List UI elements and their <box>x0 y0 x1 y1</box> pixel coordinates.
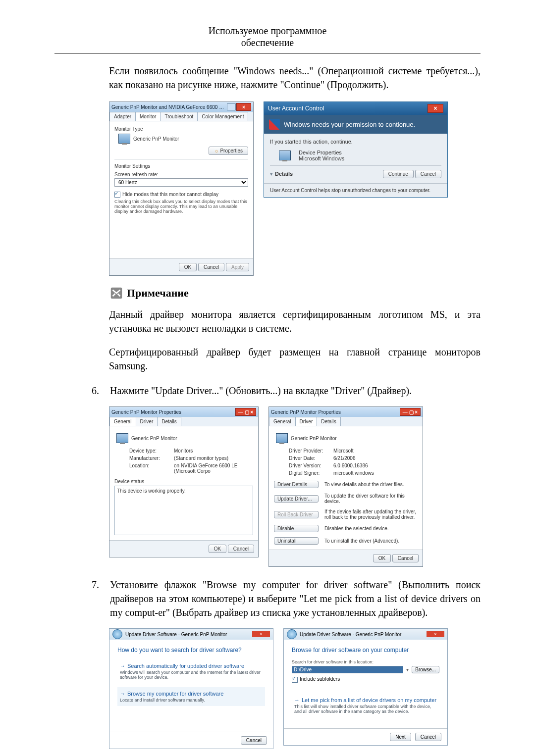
next-button[interactable]: Next <box>390 733 411 741</box>
monitor-props-window: Generic PnP Monitor and NVIDIA GeForce 6… <box>109 101 254 276</box>
tab-troubleshoot[interactable]: Troubleshoot <box>160 112 198 121</box>
cancel-button[interactable]: Cancel <box>415 170 441 178</box>
device-icon <box>279 151 291 160</box>
tab-details[interactable]: Details <box>317 417 341 426</box>
device-status-box: This device is working properly. <box>114 486 253 535</box>
close-icon[interactable]: × <box>427 631 444 637</box>
monitor-icon <box>276 433 288 443</box>
close-icon[interactable]: × <box>252 631 270 637</box>
ok-button[interactable]: OK <box>373 554 391 562</box>
refresh-rate-select[interactable]: 60 Hertz <box>114 178 248 187</box>
cancel-button[interactable]: Cancel <box>392 554 419 562</box>
ok-button[interactable]: OK <box>179 263 197 271</box>
uac-title: User Account Control <box>268 105 324 112</box>
wizard-title: Update Driver Software - Generic PnP Mon… <box>300 632 401 637</box>
driver-props-general: Generic PnP Monitor Properties — ▢ × Gen… <box>109 406 259 557</box>
window-title: Generic PnP Monitor Properties <box>111 409 181 415</box>
hide-modes-label: Hide modes that this monitor cannot disp… <box>122 192 218 197</box>
update-driver-wizard-2: Update Driver Software - Generic PnP Mon… <box>283 628 448 745</box>
update-driver-button[interactable]: Update Driver... <box>274 495 319 503</box>
step-7: 7. Установите флажок "Browse my computer… <box>54 578 481 619</box>
window-title: Generic PnP Monitor Properties <box>271 409 341 415</box>
tab-color-management[interactable]: Color Management <box>197 112 248 121</box>
monitor-name: Generic PnP Monitor <box>133 136 179 142</box>
uac-footer: User Account Control helps stop unauthor… <box>264 183 447 197</box>
intro-text: Если появилось сообщение "Windows needs.… <box>109 64 481 92</box>
close-icon[interactable]: — ▢ × <box>400 408 421 416</box>
rollback-driver-button[interactable]: Roll Back Driver <box>274 511 319 518</box>
header-line1: Используемое программное <box>209 25 327 36</box>
note-icon <box>109 286 124 301</box>
path-input[interactable] <box>292 666 403 673</box>
uac-item1: Device Properties <box>299 150 344 155</box>
update-driver-wizard-1: Update Driver Software - Generic PnP Mon… <box>109 628 273 749</box>
tab-driver[interactable]: Driver <box>295 417 318 426</box>
include-subfolders-checkbox[interactable] <box>292 677 298 683</box>
minimize-icon[interactable] <box>227 103 236 110</box>
step-6: 6. Нажмите "Update Driver..." (Обновить.… <box>54 384 481 398</box>
driver-details-button[interactable]: Driver Details <box>274 481 319 488</box>
option-let-me-pick[interactable]: →Let me pick from a list of device drive… <box>292 694 439 717</box>
note-p2: Сертифицированный драйвер будет размещен… <box>109 345 481 373</box>
details-toggle[interactable]: Details <box>275 171 293 177</box>
close-icon[interactable]: — ▢ × <box>235 408 256 416</box>
tab-general[interactable]: General <box>109 417 136 426</box>
ok-button[interactable]: OK <box>209 545 226 553</box>
back-icon[interactable] <box>287 629 297 639</box>
tab-monitor[interactable]: Monitor <box>135 112 160 121</box>
apply-button[interactable]: Apply <box>226 263 249 271</box>
uac-item2: Microsoft Windows <box>299 155 344 161</box>
header-line2: обеспечение <box>241 37 294 48</box>
monitor-icon <box>116 433 128 443</box>
refresh-rate-label: Screen refresh rate: <box>114 172 248 177</box>
device-status-label: Device status <box>114 479 253 484</box>
back-icon[interactable] <box>112 629 122 639</box>
tab-general[interactable]: General <box>269 417 296 426</box>
continue-button[interactable]: Continue <box>383 170 414 178</box>
monitor-type-label: Monitor Type <box>114 126 248 132</box>
tab-details[interactable]: Details <box>157 417 181 426</box>
cancel-button[interactable]: Cancel <box>228 545 254 553</box>
tab-adapter[interactable]: Adapter <box>109 112 136 121</box>
figure-2: Generic PnP Monitor Properties — ▢ × Gen… <box>109 406 481 567</box>
close-icon[interactable]: × <box>236 103 251 111</box>
cancel-button[interactable]: Cancel <box>241 736 267 745</box>
device-name: Generic PnP Monitor <box>291 436 337 441</box>
note-label: Примечание <box>127 287 189 300</box>
properties-button[interactable]: ☼ Properties <box>209 147 248 155</box>
include-subfolders-label: Include subfolders <box>300 676 340 682</box>
option-search-auto[interactable]: →Search automatically for updated driver… <box>117 659 265 683</box>
uac-window: User Account Control × Windows needs you… <box>264 101 448 198</box>
figure-3: Update Driver Software - Generic PnP Mon… <box>109 628 481 749</box>
hide-modes-desc: Clearing this check box allows you to se… <box>114 199 248 214</box>
note-p1: Данный драйвер монитора является сертифи… <box>109 307 481 335</box>
cancel-button[interactable]: Cancel <box>198 263 224 271</box>
option-browse[interactable]: →Browse my computer for driver software … <box>117 687 265 706</box>
wizard-heading: Browse for driver software on your compu… <box>292 647 439 654</box>
uac-headline: Windows needs your permission to contion… <box>284 121 415 128</box>
wizard-title: Update Driver Software - Generic PnP Mon… <box>125 632 227 637</box>
tab-driver[interactable]: Driver <box>136 417 158 426</box>
window-title: Generic PnP Monitor and NVIDIA GeForce 6… <box>111 104 225 110</box>
hide-modes-checkbox[interactable] <box>114 192 120 198</box>
close-icon[interactable]: × <box>428 104 443 113</box>
figure-1: Generic PnP Monitor and NVIDIA GeForce 6… <box>109 101 481 276</box>
monitor-icon <box>118 134 130 144</box>
browse-button[interactable]: Browse... <box>412 666 439 673</box>
cancel-button[interactable]: Cancel <box>415 733 441 741</box>
disable-button[interactable]: Disable <box>274 525 319 532</box>
driver-props-driver: Generic PnP Monitor Properties — ▢ × Gen… <box>268 406 423 567</box>
uac-started-text: If you started this action, continue. <box>270 139 441 145</box>
device-name: Generic PnP Monitor <box>131 436 177 441</box>
uninstall-button[interactable]: Uninstall <box>274 537 319 545</box>
monitor-settings-label: Monitor Settings <box>114 163 248 169</box>
wizard-heading: How do you want to search for driver sof… <box>117 647 265 654</box>
shield-icon <box>269 119 280 130</box>
search-label: Search for driver software in this locat… <box>292 659 439 664</box>
